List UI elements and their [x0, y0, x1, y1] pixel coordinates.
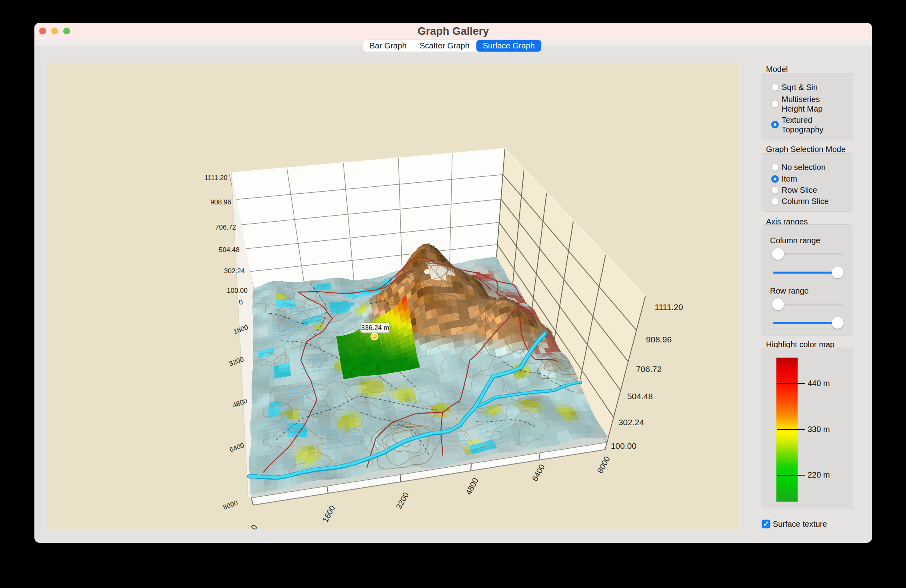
- svg-text:908.96: 908.96: [646, 335, 672, 344]
- svg-text:504.48: 504.48: [627, 392, 653, 401]
- svg-text:1600: 1600: [321, 504, 337, 524]
- svg-text:504.48: 504.48: [219, 246, 240, 254]
- svg-text:100.00: 100.00: [611, 441, 636, 450]
- svg-text:6400: 6400: [228, 441, 245, 454]
- svg-text:4800: 4800: [464, 476, 480, 496]
- svg-text:908.96: 908.96: [210, 198, 231, 206]
- svg-text:8000: 8000: [222, 499, 239, 511]
- svg-text:8000: 8000: [596, 455, 612, 475]
- svg-text:302.24: 302.24: [224, 267, 245, 275]
- svg-text:706.72: 706.72: [636, 364, 662, 374]
- svg-text:100.00: 100.00: [227, 287, 248, 294]
- svg-text:1111.20: 1111.20: [204, 174, 228, 182]
- svg-text:302.24: 302.24: [618, 418, 644, 427]
- svg-text:6400: 6400: [530, 463, 546, 483]
- svg-text:706.72: 706.72: [215, 224, 236, 231]
- svg-text:3200: 3200: [394, 491, 410, 511]
- svg-text:0: 0: [249, 523, 259, 530]
- svg-text:1111.20: 1111.20: [654, 302, 683, 312]
- svg-text:336.24 m: 336.24 m: [361, 324, 390, 332]
